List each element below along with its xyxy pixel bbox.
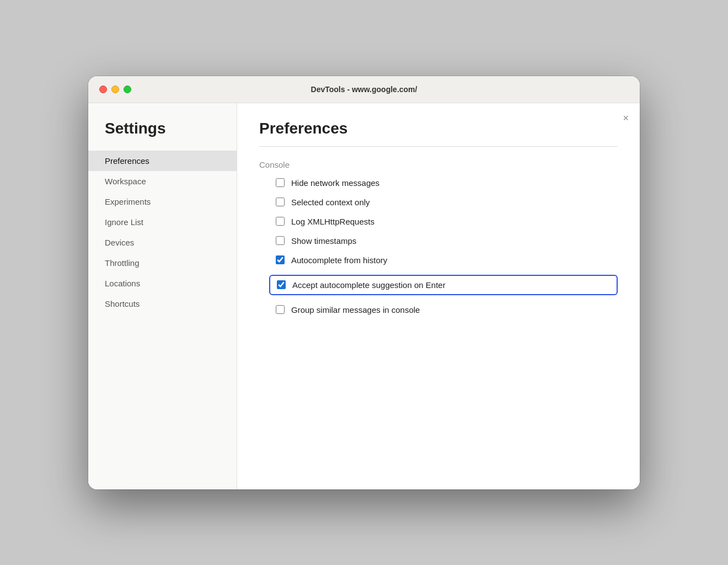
hide-network-label[interactable]: Hide network messages <box>291 178 379 188</box>
autocomplete-history-label[interactable]: Autocomplete from history <box>291 255 387 265</box>
show-timestamps-checkbox[interactable] <box>276 236 285 245</box>
sidebar-heading: Settings <box>88 120 237 151</box>
titlebar-title: DevTools - www.google.com/ <box>311 85 417 94</box>
maximize-traffic-light[interactable] <box>124 86 131 93</box>
section-divider <box>259 146 618 147</box>
checkbox-log-xhr: Log XMLHttpRequests <box>276 217 618 226</box>
sidebar-item-ignore-list[interactable]: Ignore List <box>88 212 237 232</box>
content-area: Settings Preferences Workspace Experimen… <box>88 103 640 489</box>
sidebar-item-devices[interactable]: Devices <box>88 232 237 253</box>
log-xhr-checkbox[interactable] <box>276 217 285 226</box>
main-content: × Preferences Console Hide network messa… <box>237 103 640 489</box>
sidebar-item-workspace[interactable]: Workspace <box>88 171 237 191</box>
sidebar-item-locations[interactable]: Locations <box>88 273 237 294</box>
autocomplete-history-checkbox[interactable] <box>276 255 285 264</box>
titlebar: DevTools - www.google.com/ <box>88 76 640 103</box>
checkbox-accept-autocomplete: Accept autocomplete suggestion on Enter <box>269 275 618 295</box>
main-title: Preferences <box>259 120 618 137</box>
checkbox-selected-context: Selected context only <box>276 198 618 207</box>
accept-autocomplete-label[interactable]: Accept autocomplete suggestion on Enter <box>292 280 446 290</box>
log-xhr-label[interactable]: Log XMLHttpRequests <box>291 217 374 226</box>
selected-context-label[interactable]: Selected context only <box>291 198 370 207</box>
selected-context-checkbox[interactable] <box>276 198 285 206</box>
sidebar-item-throttling[interactable]: Throttling <box>88 253 237 273</box>
sidebar-item-shortcuts[interactable]: Shortcuts <box>88 294 237 314</box>
sidebar: Settings Preferences Workspace Experimen… <box>88 103 237 489</box>
accept-autocomplete-checkbox[interactable] <box>277 280 286 289</box>
checkbox-group-similar: Group similar messages in console <box>276 305 618 315</box>
close-traffic-light[interactable] <box>99 86 107 93</box>
hide-network-checkbox[interactable] <box>276 178 285 187</box>
traffic-lights <box>99 86 131 93</box>
devtools-window: DevTools - www.google.com/ Settings Pref… <box>88 76 640 489</box>
close-button[interactable]: × <box>623 113 629 123</box>
checkbox-autocomplete-history: Autocomplete from history <box>276 255 618 265</box>
sidebar-item-preferences[interactable]: Preferences <box>88 151 237 171</box>
group-similar-checkbox[interactable] <box>276 305 285 314</box>
minimize-traffic-light[interactable] <box>111 86 119 93</box>
group-similar-label[interactable]: Group similar messages in console <box>291 305 420 315</box>
sidebar-item-experiments[interactable]: Experiments <box>88 191 237 212</box>
checkbox-show-timestamps: Show timestamps <box>276 236 618 246</box>
console-section-label: Console <box>259 160 618 169</box>
show-timestamps-label[interactable]: Show timestamps <box>291 236 356 246</box>
checkbox-hide-network: Hide network messages <box>276 178 618 188</box>
